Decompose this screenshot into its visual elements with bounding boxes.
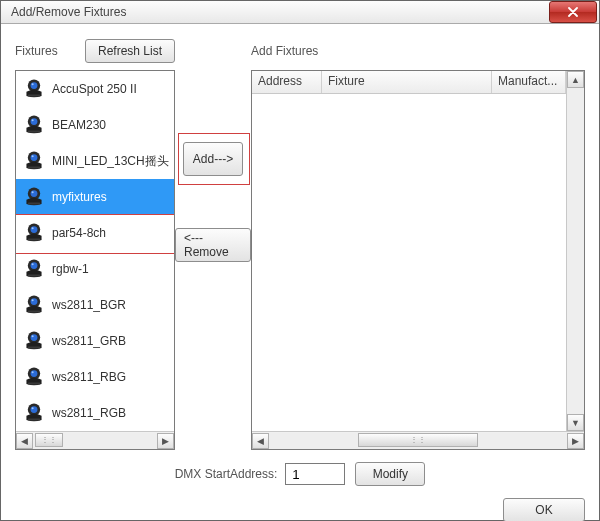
column-manufacturer[interactable]: Manufact... [492, 71, 566, 93]
hscroll-track[interactable]: ⋮⋮ [33, 433, 157, 449]
svg-point-38 [32, 407, 34, 409]
grid-scroll-right-button[interactable]: ▶ [567, 433, 584, 449]
grid-vscrollbar[interactable]: ▲ ▼ [566, 71, 584, 431]
modify-button[interactable]: Modify [355, 462, 425, 486]
fixtures-list-items: AccuSpot 250 IIBEAM230MINI_LED_13CH摇头myf… [16, 71, 174, 431]
list-item-label: MINI_LED_13CH摇头 [52, 153, 169, 170]
refresh-list-button[interactable]: Refresh List [85, 39, 175, 63]
add-fixtures-header-row: Add Fixtures [251, 38, 585, 64]
svg-point-18 [32, 227, 34, 229]
remove-button[interactable]: <---Remove [175, 228, 251, 262]
titlebar: Add/Remove Fixtures [1, 1, 599, 24]
list-item[interactable]: AccuSpot 250 II [16, 71, 174, 107]
list-item-label: par54-8ch [52, 226, 106, 240]
svg-point-33 [31, 370, 38, 377]
list-item[interactable]: BEAM230 [16, 107, 174, 143]
dialog-body: Fixtures Refresh List AccuSpot 250 IIBEA… [1, 24, 599, 521]
list-item-label: ws2811_RGB [52, 406, 126, 420]
grid-hscroll-track[interactable]: ⋮⋮ [269, 433, 567, 449]
list-item[interactable]: par54-8ch [16, 215, 174, 251]
svg-point-29 [31, 334, 38, 341]
svg-point-37 [31, 406, 38, 413]
svg-point-14 [32, 191, 34, 193]
moving-head-icon [20, 291, 48, 319]
svg-rect-3 [28, 95, 40, 97]
column-address[interactable]: Address [252, 71, 322, 93]
svg-point-1 [31, 82, 38, 89]
grid-body [252, 94, 566, 431]
scroll-up-button[interactable]: ▲ [567, 71, 584, 88]
list-item-label: ws2811_RBG [52, 370, 126, 384]
svg-point-13 [31, 190, 38, 197]
svg-rect-31 [28, 347, 40, 349]
list-item-label: rgbw-1 [52, 262, 89, 276]
moving-head-icon [20, 399, 48, 427]
list-item-label: ws2811_GRB [52, 334, 126, 348]
dmx-start-address-input[interactable] [285, 463, 345, 485]
grid-scroll-left-button[interactable]: ◀ [252, 433, 269, 449]
grid-hscroll-thumb[interactable]: ⋮⋮ [358, 433, 477, 447]
ok-button[interactable]: OK [503, 498, 585, 521]
columns: Fixtures Refresh List AccuSpot 250 IIBEA… [15, 38, 585, 450]
svg-point-34 [32, 371, 34, 373]
dmx-row: DMX StartAddress: Modify [15, 460, 585, 488]
moving-head-icon [20, 219, 48, 247]
scroll-left-button[interactable]: ◀ [16, 433, 33, 449]
svg-point-26 [32, 299, 34, 301]
svg-rect-19 [28, 239, 40, 241]
list-item[interactable]: ws2811_GRB [16, 323, 174, 359]
svg-point-6 [32, 119, 34, 121]
svg-point-17 [31, 226, 38, 233]
svg-point-2 [32, 83, 34, 85]
moving-head-icon [20, 111, 48, 139]
svg-rect-35 [28, 383, 40, 385]
svg-point-30 [32, 335, 34, 337]
svg-rect-11 [28, 167, 40, 169]
grid-main: Address Fixture Manufact... [252, 71, 566, 431]
moving-head-icon [20, 75, 48, 103]
grid-inner: Address Fixture Manufact... ▲ ▼ [252, 71, 584, 431]
moving-head-icon [20, 255, 48, 283]
add-fixtures-grid[interactable]: Address Fixture Manufact... ▲ ▼ [251, 70, 585, 450]
moving-head-icon [20, 147, 48, 175]
fixtures-list-scroll: AccuSpot 250 IIBEAM230MINI_LED_13CH摇头myf… [16, 71, 174, 431]
svg-rect-27 [28, 311, 40, 313]
grid-hscrollbar[interactable]: ◀ ⋮⋮ ▶ [252, 431, 584, 449]
add-button[interactable]: Add---> [183, 142, 243, 176]
list-item[interactable]: ws2811_RGB [16, 395, 174, 431]
list-item[interactable]: MINI_LED_13CH摇头 [16, 143, 174, 179]
list-item-label: ws2811_BGR [52, 298, 126, 312]
fixtures-listbox[interactable]: AccuSpot 250 IIBEAM230MINI_LED_13CH摇头myf… [15, 70, 175, 450]
close-icon [568, 7, 578, 17]
column-fixture[interactable]: Fixture [322, 71, 492, 93]
transfer-buttons-panel: Add---> <---Remove [175, 38, 251, 450]
svg-rect-39 [28, 419, 40, 421]
ok-row: OK [15, 498, 585, 521]
list-item-label: myfixtures [52, 190, 107, 204]
moving-head-icon [20, 363, 48, 391]
svg-rect-15 [28, 203, 40, 205]
list-item[interactable]: rgbw-1 [16, 251, 174, 287]
vscroll-track[interactable] [567, 88, 584, 414]
close-button[interactable] [549, 1, 597, 23]
svg-point-9 [31, 154, 38, 161]
svg-point-10 [32, 155, 34, 157]
list-item[interactable]: ws2811_BGR [16, 287, 174, 323]
svg-rect-23 [28, 275, 40, 277]
add-fixtures-label: Add Fixtures [251, 44, 318, 58]
svg-point-25 [31, 298, 38, 305]
fixtures-hscrollbar[interactable]: ◀ ⋮⋮ ▶ [16, 431, 174, 449]
fixtures-panel: Fixtures Refresh List AccuSpot 250 IIBEA… [15, 38, 175, 450]
scroll-right-button[interactable]: ▶ [157, 433, 174, 449]
hscroll-thumb[interactable]: ⋮⋮ [35, 433, 63, 447]
svg-point-21 [31, 262, 38, 269]
scroll-down-button[interactable]: ▼ [567, 414, 584, 431]
moving-head-icon [20, 183, 48, 211]
grid-header: Address Fixture Manufact... [252, 71, 566, 94]
svg-rect-7 [28, 131, 40, 133]
dmx-start-address-label: DMX StartAddress: [175, 467, 278, 481]
list-item[interactable]: myfixtures [16, 179, 174, 215]
svg-point-5 [31, 118, 38, 125]
add-remove-fixtures-dialog: Add/Remove Fixtures Fixtures Refresh Lis… [0, 0, 600, 521]
list-item[interactable]: ws2811_RBG [16, 359, 174, 395]
